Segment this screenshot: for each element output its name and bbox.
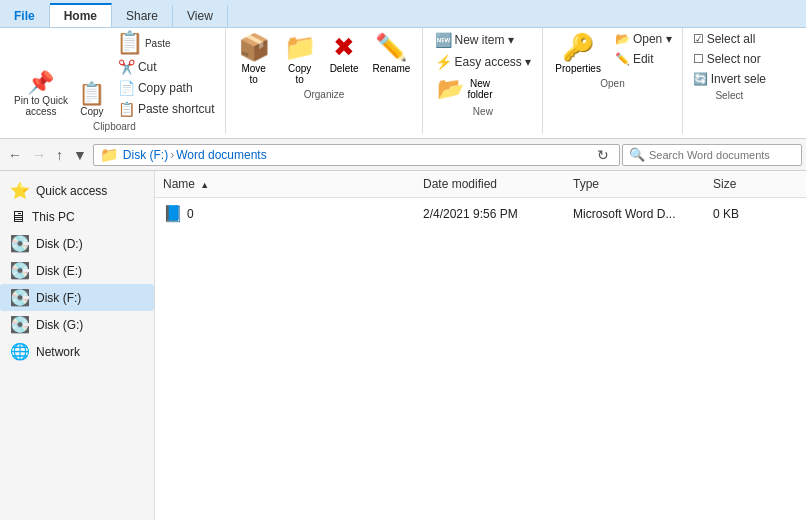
sidebar-item-disk-e[interactable]: 💽 Disk (E:) (0, 257, 154, 284)
sidebar-item-this-pc[interactable]: 🖥 This PC (0, 204, 154, 230)
column-name[interactable]: Name ▲ (155, 175, 415, 193)
cut-icon: ✂️ (118, 59, 135, 75)
select-all-button[interactable]: ☑ Select all (689, 30, 770, 48)
organize-group: 📦 Move to 📁 Copy to ✖ Delete ✏️ Rename O… (226, 28, 424, 134)
sidebar-label-disk-d: Disk (D:) (36, 237, 83, 251)
invert-icon: 🔄 (693, 72, 708, 86)
new-folder-button[interactable]: 📂 New folder (431, 74, 499, 104)
forward-button[interactable]: → (28, 145, 50, 165)
file-name-cell: 📘 0 (155, 202, 415, 225)
copy-path-label: Copy path (138, 81, 193, 95)
copy-path-button[interactable]: 📄 Copy path (114, 78, 219, 98)
move-icon: 📦 (238, 32, 270, 63)
back-button[interactable]: ← (4, 145, 26, 165)
rename-label: Rename (373, 63, 411, 74)
delete-button[interactable]: ✖ Delete (324, 30, 365, 76)
open-label: Open ▾ (633, 32, 672, 46)
network-icon: 🌐 (10, 342, 30, 361)
file-type: Microsoft Word D... (565, 205, 705, 223)
sidebar-item-quick-access[interactable]: ⭐ Quick access (0, 177, 154, 204)
file-date: 2/4/2021 9:56 PM (415, 205, 565, 223)
cut-button[interactable]: ✂️ Cut (114, 57, 219, 77)
properties-button[interactable]: 🔑 Properties (549, 30, 607, 76)
paste-icon: 📋 (116, 32, 143, 54)
file-name: 0 (187, 207, 194, 221)
new-label: New (473, 106, 493, 117)
new-folder-icon: 📂 (437, 76, 464, 102)
easy-access-button[interactable]: ⚡ Easy access ▾ (431, 52, 536, 72)
sort-arrow: ▲ (200, 180, 209, 190)
sidebar-label-network: Network (36, 345, 80, 359)
open-label: Open (600, 78, 624, 89)
tab-home[interactable]: Home (50, 3, 112, 27)
delete-icon: ✖ (333, 32, 355, 63)
search-icon: 🔍 (629, 147, 645, 162)
easy-access-icon: ⚡ (435, 54, 452, 70)
new-item-icon: 🆕 (435, 32, 452, 48)
edit-icon: ✏️ (615, 52, 630, 66)
main-area: ⭐ Quick access 🖥 This PC 💽 Disk (D:) 💽 D… (0, 171, 806, 520)
copy-to-label: Copy to (288, 63, 311, 85)
table-row[interactable]: 📘 0 2/4/2021 9:56 PM Microsoft Word D...… (155, 198, 806, 229)
delete-label: Delete (330, 63, 359, 74)
paste-shortcut-label: Paste shortcut (138, 102, 215, 116)
refresh-button[interactable]: ↻ (593, 145, 613, 165)
open-icon: 📂 (615, 32, 630, 46)
clipboard-label: Clipboard (93, 121, 136, 132)
pin-label: Pin to Quick access (14, 95, 68, 117)
move-label: Move to (241, 63, 265, 85)
edit-button[interactable]: ✏️ Edit (611, 50, 676, 68)
select-group: ☑ Select all ☐ Select nor 🔄 Invert sele … (683, 28, 776, 134)
select-all-icon: ☑ (693, 32, 704, 46)
sidebar-item-disk-g[interactable]: 💽 Disk (G:) (0, 311, 154, 338)
paste-button[interactable]: 📋 Paste (112, 30, 219, 56)
sidebar: ⭐ Quick access 🖥 This PC 💽 Disk (D:) 💽 D… (0, 171, 155, 520)
address-word-docs[interactable]: Word documents (176, 148, 267, 162)
address-disk-f[interactable]: Disk (F:) (123, 148, 168, 162)
sidebar-label-disk-f: Disk (F:) (36, 291, 81, 305)
tab-bar: File Home Share View (0, 0, 806, 28)
paste-shortcut-button[interactable]: 📋 Paste shortcut (114, 99, 219, 119)
open-button[interactable]: 📂 Open ▾ (611, 30, 676, 48)
open-group: 🔑 Properties 📂 Open ▾ ✏️ Edit Open (543, 28, 682, 134)
recent-locations-button[interactable]: ▼ (69, 145, 91, 165)
search-input[interactable] (649, 149, 795, 161)
file-pane: Name ▲ Date modified Type Size 📘 0 2/4/2… (155, 171, 806, 520)
file-size: 0 KB (705, 205, 785, 223)
new-item-button[interactable]: 🆕 New item ▾ (431, 30, 518, 50)
properties-icon: 🔑 (562, 32, 594, 63)
sidebar-label-this-pc: This PC (32, 210, 75, 224)
select-none-icon: ☐ (693, 52, 704, 66)
paste-shortcut-icon: 📋 (118, 101, 135, 117)
this-pc-icon: 🖥 (10, 208, 26, 226)
move-to-button[interactable]: 📦 Move to (232, 30, 276, 87)
select-none-button[interactable]: ☐ Select nor (689, 50, 770, 68)
pin-quick-access-button[interactable]: 📌 Pin to Quick access (10, 70, 72, 119)
disk-e-icon: 💽 (10, 261, 30, 280)
column-size[interactable]: Size (705, 175, 785, 193)
tab-share[interactable]: Share (112, 5, 173, 27)
invert-label: Invert sele (711, 72, 766, 86)
sidebar-item-disk-f[interactable]: 💽 Disk (F:) (0, 284, 154, 311)
up-button[interactable]: ↑ (52, 145, 67, 165)
quick-access-icon: ⭐ (10, 181, 30, 200)
search-box[interactable]: 🔍 (622, 144, 802, 166)
select-all-label: Select all (707, 32, 756, 46)
new-group: 🆕 New item ▾ ⚡ Easy access ▾ 📂 New folde… (423, 28, 543, 134)
tab-file[interactable]: File (0, 5, 50, 27)
column-type[interactable]: Type (565, 175, 705, 193)
copy-icon: 📋 (78, 83, 105, 105)
select-none-label: Select nor (707, 52, 761, 66)
sidebar-label-disk-g: Disk (G:) (36, 318, 83, 332)
address-bar[interactable]: 📁 Disk (F:) › Word documents ↻ (93, 144, 620, 166)
rename-button[interactable]: ✏️ Rename (367, 30, 417, 76)
file-header: Name ▲ Date modified Type Size (155, 171, 806, 198)
tab-view[interactable]: View (173, 5, 228, 27)
invert-selection-button[interactable]: 🔄 Invert sele (689, 70, 770, 88)
copy-button[interactable]: 📋 Copy (74, 81, 110, 119)
sidebar-item-network[interactable]: 🌐 Network (0, 338, 154, 365)
column-date[interactable]: Date modified (415, 175, 565, 193)
ribbon: 📌 Pin to Quick access 📋 Copy 📋 Paste (0, 28, 806, 139)
copy-to-button[interactable]: 📁 Copy to (278, 30, 322, 87)
sidebar-item-disk-d[interactable]: 💽 Disk (D:) (0, 230, 154, 257)
